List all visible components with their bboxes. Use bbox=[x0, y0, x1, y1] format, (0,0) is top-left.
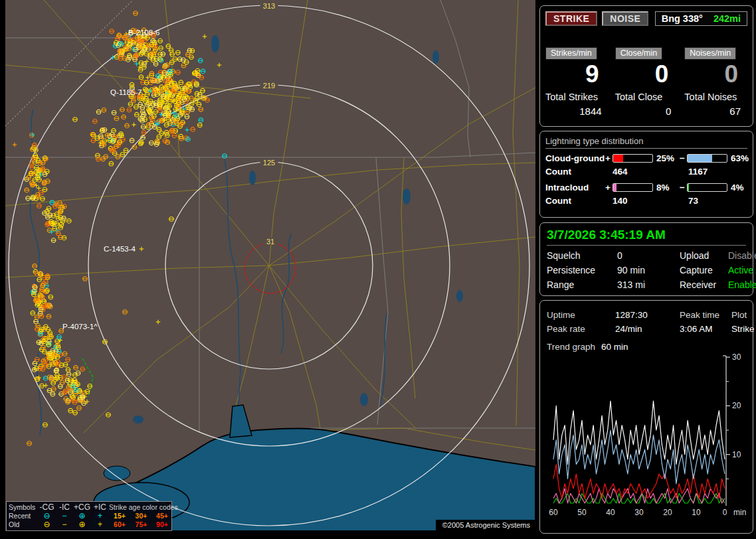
strike-symbol-icon: ⊖ bbox=[38, 520, 56, 529]
minus-sign: − bbox=[680, 183, 687, 193]
status-panel: 3/7/2026 3:45:19 AM Squelch0UploadDisabl… bbox=[539, 222, 753, 296]
plus-percent: 8% bbox=[653, 183, 680, 193]
distribution-row-1: Intracloud+8%−4% bbox=[545, 183, 747, 193]
type-name: Intracloud bbox=[545, 183, 605, 193]
legend-row-label: Recent bbox=[9, 512, 38, 520]
plus-bar bbox=[613, 183, 653, 192]
plus-bar bbox=[613, 154, 653, 163]
status-row-2: Range313 miReceiverEnabled bbox=[547, 279, 746, 290]
bearing-display: Bng 338° 242mi bbox=[655, 11, 747, 26]
noise-button[interactable]: NOISE bbox=[602, 11, 648, 26]
status-value2: Disabled bbox=[728, 250, 756, 261]
age-code: 30+ bbox=[130, 512, 152, 520]
session-cell: Plot bbox=[731, 310, 747, 320]
rate-value: 0 bbox=[615, 62, 678, 87]
svg-text:20: 20 bbox=[663, 508, 672, 517]
total-label: Total Noises bbox=[684, 92, 747, 102]
plus-count: 464 bbox=[613, 167, 688, 177]
distribution-title: Lightning type distribution bbox=[545, 136, 747, 149]
status-label2: Capture bbox=[680, 265, 728, 275]
svg-text:C-1453-4: C-1453-4 bbox=[104, 245, 136, 253]
status-label: Range bbox=[547, 279, 617, 290]
plus-percent: 25% bbox=[653, 153, 680, 163]
session-panel: Uptime1287:30Peak timePlotPeak rate24/mi… bbox=[539, 300, 753, 534]
svg-text:30: 30 bbox=[732, 353, 741, 362]
minus-count: 1167 bbox=[688, 167, 747, 177]
age-code: 75+ bbox=[130, 520, 152, 529]
minus-bar bbox=[687, 183, 727, 192]
minus-percent: 4% bbox=[727, 183, 747, 193]
total-value: 67 bbox=[684, 106, 747, 117]
legend-row-recent: Recent⊖−⊕+15+30+45+ bbox=[9, 512, 169, 520]
status-row-1: Persistence90 minCaptureActive bbox=[547, 265, 746, 275]
age-code: 90+ bbox=[152, 520, 172, 529]
session-row-0: Uptime1287:30Peak timePlot bbox=[547, 310, 746, 320]
session-cell: 24/min bbox=[615, 324, 680, 334]
svg-text:20: 20 bbox=[732, 401, 741, 410]
count-label: Count bbox=[545, 167, 613, 177]
session-cell: 1287:30 bbox=[615, 310, 680, 320]
count-label: Count bbox=[545, 196, 613, 206]
total-value: 1844 bbox=[545, 106, 609, 117]
strike-symbol-icon: ⊕ bbox=[73, 520, 91, 529]
rate-label-button[interactable]: Noises/min bbox=[684, 47, 736, 60]
legend-symbols-header: Symbols bbox=[9, 503, 38, 512]
count-row-0: Count4641167 bbox=[545, 167, 747, 177]
session-cell: Peak rate bbox=[547, 324, 615, 334]
age-code: 60+ bbox=[109, 520, 130, 529]
minus-sign: − bbox=[680, 153, 687, 163]
stat-column-0: Strikes/min9Total Strikes1844 bbox=[545, 46, 609, 117]
status-label2: Receiver bbox=[680, 279, 728, 290]
status-value2: Enabled bbox=[728, 279, 756, 290]
total-label: Total Strikes bbox=[545, 92, 609, 102]
svg-text:125: 125 bbox=[263, 159, 275, 167]
map-canvas: 31321912531 B-2108-6Q-1185-7C-1453-4P-40… bbox=[5, 0, 535, 531]
rate-statistics: Strikes/min9Total Strikes1844Close/min0T… bbox=[545, 46, 747, 117]
svg-text:60: 60 bbox=[549, 508, 558, 517]
svg-text:40: 40 bbox=[606, 508, 615, 517]
count-row-1: Count14073 bbox=[545, 196, 747, 206]
nexstorm-app: { "header": {"strike_button":"STRIKE","n… bbox=[0, 0, 756, 539]
strike-symbol-icon: + bbox=[91, 520, 109, 529]
legend-row-label: Old bbox=[9, 520, 38, 529]
svg-text:Q-1185-7: Q-1185-7 bbox=[110, 88, 142, 96]
session-cell: Peak time bbox=[680, 310, 731, 320]
status-value: 313 mi bbox=[617, 279, 680, 290]
rate-value: 0 bbox=[684, 62, 747, 87]
minus-percent: 63% bbox=[727, 153, 747, 163]
age-code: 45+ bbox=[152, 512, 172, 520]
strike-button[interactable]: STRIKE bbox=[545, 11, 597, 26]
plus-bar-fill bbox=[613, 184, 616, 191]
plus-count: 140 bbox=[613, 196, 688, 206]
distribution-panel: Lightning type distribution Cloud-ground… bbox=[539, 131, 753, 218]
trend-graph-label-row: Trend graph 60 min bbox=[547, 342, 746, 352]
lightning-map[interactable]: 31321912531 B-2108-6Q-1185-7C-1453-4P-40… bbox=[5, 0, 535, 531]
total-label: Total Close bbox=[615, 92, 678, 102]
rate-value: 9 bbox=[545, 62, 609, 87]
svg-text:30: 30 bbox=[634, 508, 644, 517]
rate-label-button[interactable]: Close/min bbox=[615, 47, 663, 60]
svg-text:219: 219 bbox=[263, 82, 275, 90]
minus-count: 73 bbox=[688, 196, 747, 206]
bearing-label: Bng 338° bbox=[662, 13, 703, 24]
session-cell: Uptime bbox=[547, 310, 615, 320]
rate-label-button[interactable]: Strikes/min bbox=[545, 47, 597, 60]
mode-toolbar: STRIKE NOISE Bng 338° 242mi bbox=[545, 11, 747, 26]
svg-text:P-4073-1^: P-4073-1^ bbox=[62, 323, 98, 331]
trend-graph-window: 60 min bbox=[601, 342, 628, 352]
session-cell: 3:06 AM bbox=[680, 324, 731, 334]
age-code: 15+ bbox=[109, 512, 130, 520]
trend-graph-label: Trend graph bbox=[547, 342, 595, 352]
svg-text:B-2108-6: B-2108-6 bbox=[128, 29, 159, 37]
plus-sign: + bbox=[605, 153, 613, 163]
status-label: Persistence bbox=[547, 265, 617, 275]
status-value: 0 bbox=[617, 250, 680, 261]
minus-bar-fill bbox=[688, 155, 712, 162]
copyright-text: ©2005 Astrogenic Systems bbox=[436, 520, 535, 531]
minus-bar bbox=[687, 154, 727, 163]
status-rows: Squelch0UploadDisabledPersistence90 minC… bbox=[547, 250, 746, 290]
svg-text:313: 313 bbox=[263, 2, 275, 10]
datetime-display: 3/7/2026 3:45:19 AM bbox=[547, 227, 746, 246]
status-label2: Upload bbox=[680, 250, 728, 261]
plus-sign: + bbox=[605, 183, 613, 193]
